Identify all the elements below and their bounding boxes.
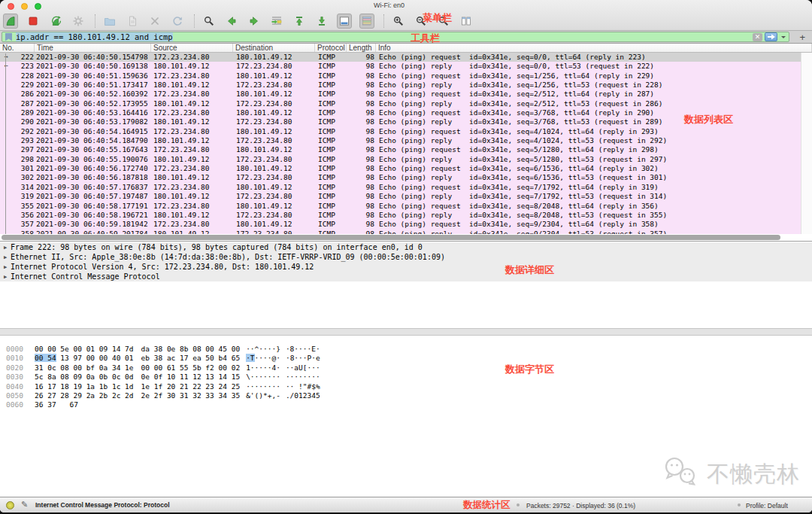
packet-list-horizontal-scrollbar[interactable] xyxy=(0,234,812,242)
packet-time: 2021-09-30 06:40:56.172740 xyxy=(36,164,150,173)
auto-scroll-icon[interactable] xyxy=(337,14,352,29)
resize-columns-icon[interactable] xyxy=(459,14,474,29)
column-header-source[interactable]: Source xyxy=(151,44,233,52)
toolbar-separator xyxy=(95,14,95,28)
packet-row[interactable]: 229 2021-09-30 06:40:51.173417 180.101.4… xyxy=(0,81,812,90)
expand-arrow-icon[interactable]: ▶ xyxy=(4,254,11,260)
close-window-button[interactable] xyxy=(8,3,14,10)
go-first-packet-icon[interactable] xyxy=(292,14,307,29)
display-filter-input[interactable]: ip.addr == 180.101.49.12 and icmp ✕ xyxy=(2,32,789,42)
packet-length: 98 xyxy=(347,90,374,99)
hex-offset: 0040 xyxy=(6,382,26,391)
related-packet-arrow-icon xyxy=(0,71,12,81)
filter-text[interactable]: ip.addr == 180.101.49.12 and icmp xyxy=(16,32,173,41)
packet-protocol: ICMP xyxy=(318,136,347,145)
packet-time: 2021-09-30 06:40:51.173417 xyxy=(36,81,150,90)
close-file-icon[interactable] xyxy=(147,14,162,29)
hex-line[interactable]: 0050 26 27 28 29 2a 2b 2c 2d 2e 2f 30 31… xyxy=(0,391,812,400)
hex-line[interactable]: 0020 31 0c 08 00 bf 0a 34 1e 00 00 61 55… xyxy=(0,363,812,373)
related-packet-arrow-icon xyxy=(0,183,12,192)
packet-source: 172.23.234.80 xyxy=(153,108,233,117)
packet-row[interactable]: 293 2021-09-30 06:40:54.184790 180.101.4… xyxy=(0,136,812,145)
packet-protocol: ICMP xyxy=(318,53,347,62)
colorize-packets-icon[interactable] xyxy=(359,14,374,29)
packet-row[interactable]: 298 2021-09-30 06:40:55.190076 180.101.4… xyxy=(0,155,812,164)
packet-row[interactable]: 319 2021-09-30 06:40:57.197487 180.101.4… xyxy=(0,192,812,201)
filter-clear-icon[interactable]: ✕ xyxy=(753,33,762,41)
packet-length: 98 xyxy=(347,136,374,145)
related-packet-arrow-icon xyxy=(0,108,12,117)
detail-row[interactable]: ▶ Internet Control Message Protocol xyxy=(0,272,812,281)
packet-time: 2021-09-30 06:40:53.164416 xyxy=(36,108,150,117)
go-last-packet-icon[interactable] xyxy=(314,14,329,29)
detail-row[interactable]: ▶ Frame 222: 98 bytes on wire (784 bits)… xyxy=(0,242,812,252)
minimize-window-button[interactable] xyxy=(21,3,28,10)
packet-row[interactable]: 355 2021-09-30 06:40:58.177191 172.23.23… xyxy=(0,202,812,211)
expert-info-icon[interactable] xyxy=(6,501,14,509)
packet-destination: 172.23.234.80 xyxy=(236,62,316,71)
packet-row[interactable]: 301 2021-09-30 06:40:56.172740 172.23.23… xyxy=(0,164,812,173)
stop-capture-icon[interactable] xyxy=(26,14,41,29)
packet-row[interactable]: 287 2021-09-30 06:40:52.173955 180.101.4… xyxy=(0,99,812,108)
packet-length: 98 xyxy=(347,155,374,164)
packet-list-vertical-scrollbar[interactable] xyxy=(801,53,812,234)
column-header-time[interactable]: Time xyxy=(35,44,151,52)
go-forward-icon[interactable] xyxy=(247,14,262,29)
packet-row[interactable]: 286 2021-09-30 06:40:52.160392 172.23.23… xyxy=(0,90,812,99)
go-to-packet-icon[interactable] xyxy=(269,14,284,29)
column-header-info[interactable]: Info xyxy=(376,44,812,52)
column-header-no[interactable]: No. xyxy=(0,44,35,52)
related-packet-arrow-icon xyxy=(0,117,12,126)
hex-offset: 0010 xyxy=(6,354,26,363)
open-file-icon[interactable] xyxy=(102,14,117,29)
packet-time: 2021-09-30 06:40:58.177191 xyxy=(36,202,150,211)
profile-selector[interactable]: Profile: Default xyxy=(746,502,788,509)
hex-line[interactable]: 0010 00 54 13 97 00 00 40 01 eb 38 ac 17… xyxy=(0,354,812,363)
start-capture-icon[interactable] xyxy=(3,14,18,29)
hex-group1: 16 17 18 19 1a 1b 1c 1d xyxy=(35,382,134,391)
packet-time: 2021-09-30 06:40:59.181942 xyxy=(36,220,150,229)
column-header-length[interactable]: Length xyxy=(347,44,376,52)
packet-row[interactable]: 292 2021-09-30 06:40:54.164915 172.23.23… xyxy=(0,127,812,136)
filter-apply-icon[interactable] xyxy=(765,32,777,41)
capture-comment-icon[interactable]: ✎ xyxy=(21,500,28,509)
detail-row[interactable]: ▶ Internet Protocol Version 4, Src: 172.… xyxy=(0,262,812,272)
save-file-icon[interactable] xyxy=(125,14,140,29)
capture-options-icon[interactable] xyxy=(71,14,86,29)
packet-row[interactable]: 357 2021-09-30 06:40:59.181942 172.23.23… xyxy=(0,220,812,229)
expand-arrow-icon[interactable]: ▶ xyxy=(4,274,11,280)
packet-destination: 172.23.234.80 xyxy=(236,155,316,164)
pane-splitter[interactable] xyxy=(0,328,812,336)
packet-source: 180.101.49.12 xyxy=(153,136,233,145)
maximize-window-button[interactable] xyxy=(35,3,41,10)
go-back-icon[interactable] xyxy=(224,14,239,29)
filter-bookmark-icon[interactable] xyxy=(5,33,12,41)
packet-time: 2021-09-30 06:40:51.159636 xyxy=(36,71,150,81)
packet-row[interactable]: → 222 2021-09-30 06:40:50.154798 172.23.… xyxy=(0,53,812,62)
toolbar-separator xyxy=(194,14,195,28)
packet-row[interactable]: 297 2021-09-30 06:40:55.167643 172.23.23… xyxy=(0,145,812,154)
zoom-in-icon[interactable] xyxy=(391,14,406,29)
hex-line[interactable]: 0060 36 37 67 xyxy=(0,400,812,409)
reload-file-icon[interactable] xyxy=(170,14,185,29)
horizontal-scrollbar-thumb[interactable] xyxy=(2,235,780,240)
find-packet-icon[interactable] xyxy=(201,14,217,29)
expand-arrow-icon[interactable]: ▶ xyxy=(4,264,11,270)
restart-capture-icon[interactable] xyxy=(48,14,63,29)
ascii-group1: 67 xyxy=(70,400,78,409)
column-header-protocol[interactable]: Protocol xyxy=(315,44,347,52)
hex-line[interactable]: 0000 00 00 5e 00 01 09 14 7d da 38 0e 8b… xyxy=(0,345,812,354)
packet-row[interactable]: 314 2021-09-30 06:40:57.176837 172.23.23… xyxy=(0,183,812,192)
packet-row[interactable]: 356 2021-09-30 06:40:58.196721 180.101.4… xyxy=(0,211,812,220)
add-filter-button[interactable]: + xyxy=(799,31,805,44)
packet-row[interactable]: 228 2021-09-30 06:40:51.159636 172.23.23… xyxy=(0,71,812,81)
annotation-packet-bytes: 数据字节区 xyxy=(505,363,554,376)
hex-line[interactable]: 0040 16 17 18 19 1a 1b 1c 1d 1e 1f 20 21… xyxy=(0,382,812,391)
expand-arrow-icon[interactable]: ▶ xyxy=(4,245,11,251)
packet-row[interactable]: ← 223 2021-09-30 06:40:50.169138 180.101… xyxy=(0,62,812,71)
filter-dropdown-icon[interactable] xyxy=(781,36,786,41)
hex-line[interactable]: 0030 5c 8a 08 09 0a 0b 0c 0d 0e 0f 10 11… xyxy=(0,373,812,382)
packet-row[interactable]: 302 2021-09-30 06:40:56.187818 180.101.4… xyxy=(0,173,812,182)
column-header-destination[interactable]: Destination xyxy=(233,44,315,52)
detail-row[interactable]: ▶ Ethernet II, Src: Apple_38:0e:8b (14:7… xyxy=(0,252,812,262)
